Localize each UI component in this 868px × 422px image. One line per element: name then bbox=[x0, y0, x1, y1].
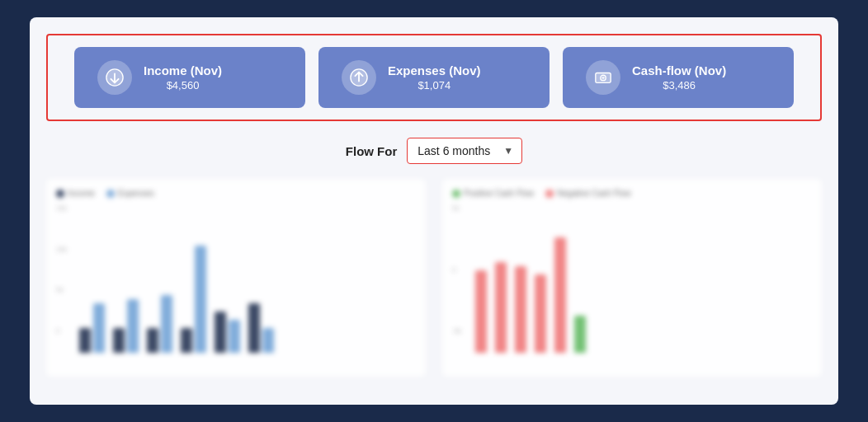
flow-for-select[interactable]: Last 3 months Last 6 months Last 12 mont… bbox=[408, 138, 522, 163]
right-bar-chart bbox=[475, 204, 586, 353]
bar bbox=[475, 270, 487, 353]
bar bbox=[262, 328, 274, 353]
income-legend-item: Income bbox=[56, 189, 95, 198]
bar-group bbox=[113, 299, 139, 353]
main-container: Income (Nov) $4,560 Expenses (Nov) $1,07… bbox=[30, 17, 838, 405]
bar-group bbox=[181, 246, 206, 353]
bar bbox=[79, 328, 91, 353]
bar bbox=[181, 328, 192, 353]
bar-group bbox=[535, 274, 546, 353]
negative-cashflow-legend-label: Negative Cash Flow bbox=[557, 189, 630, 198]
bar-group bbox=[248, 303, 274, 353]
expenses-icon bbox=[342, 60, 376, 95]
charts-area: Income Expenses 15k 10k 5k 0 bbox=[46, 179, 822, 377]
bar bbox=[161, 295, 172, 353]
cashflow-title: Cash-flow (Nov) bbox=[632, 63, 726, 77]
bar bbox=[574, 316, 586, 353]
bar bbox=[229, 320, 240, 353]
bar bbox=[195, 246, 206, 353]
cashflow-icon bbox=[586, 60, 620, 95]
expenses-title: Expenses (Nov) bbox=[388, 63, 481, 77]
right-chart-legend: Positive Cash Flow Negative Cash Flow bbox=[452, 189, 812, 198]
bar bbox=[147, 328, 158, 353]
bar-group bbox=[147, 295, 172, 353]
expenses-text: Expenses (Nov) $1,074 bbox=[388, 63, 481, 91]
negative-cashflow-legend-item: Negative Cash Flow bbox=[545, 189, 630, 198]
positive-cashflow-legend-dot bbox=[452, 190, 460, 198]
income-title: Income (Nov) bbox=[144, 63, 222, 77]
cashflow-value: $3,486 bbox=[632, 79, 726, 91]
income-value: $4,560 bbox=[144, 79, 222, 91]
bar bbox=[554, 237, 566, 353]
expenses-card[interactable]: Expenses (Nov) $1,074 bbox=[318, 47, 550, 108]
left-y-axis: 15k 10k 5k 0 bbox=[56, 204, 76, 336]
expenses-value: $1,074 bbox=[388, 79, 481, 91]
bar-group bbox=[554, 237, 566, 353]
bar bbox=[248, 303, 260, 353]
cashflow-text: Cash-flow (Nov) $3,486 bbox=[632, 63, 726, 91]
cashflow-chart: Positive Cash Flow Negative Cash Flow 5k… bbox=[442, 179, 822, 377]
left-chart-legend: Income Expenses bbox=[56, 189, 416, 198]
bar bbox=[495, 262, 507, 353]
left-bar-chart bbox=[79, 204, 274, 353]
income-legend-dot bbox=[56, 190, 64, 198]
income-legend-label: Income bbox=[68, 189, 95, 198]
bar-group bbox=[475, 270, 487, 353]
right-chart-wrapper: 5k 0 -5k bbox=[452, 204, 812, 353]
expenses-legend-dot bbox=[106, 190, 115, 198]
cashflow-card[interactable]: Cash-flow (Nov) $3,486 bbox=[563, 47, 794, 108]
flow-for-row: Flow For Last 3 months Last 6 months Las… bbox=[46, 138, 822, 164]
cards-row: Income (Nov) $4,560 Expenses (Nov) $1,07… bbox=[46, 34, 822, 121]
bar bbox=[127, 299, 139, 353]
bar-group bbox=[215, 312, 240, 353]
bar bbox=[535, 274, 546, 353]
bar bbox=[93, 303, 105, 353]
bar-group bbox=[79, 303, 105, 353]
bar bbox=[113, 328, 125, 353]
flow-for-select-wrapper[interactable]: Last 3 months Last 6 months Last 12 mont… bbox=[407, 138, 522, 164]
bar-group bbox=[515, 266, 526, 353]
negative-cashflow-legend-dot bbox=[545, 190, 554, 198]
right-y-axis: 5k 0 -5k bbox=[452, 204, 472, 336]
bar bbox=[215, 312, 226, 353]
bar-group bbox=[495, 262, 507, 353]
income-text: Income (Nov) $4,560 bbox=[144, 63, 222, 91]
expenses-legend-label: Expenses bbox=[118, 189, 154, 198]
bar bbox=[515, 266, 526, 353]
expenses-legend-item: Expenses bbox=[106, 189, 154, 198]
income-icon bbox=[97, 60, 132, 95]
positive-cashflow-legend-label: Positive Cash Flow bbox=[464, 189, 534, 198]
positive-cashflow-legend-item: Positive Cash Flow bbox=[452, 189, 534, 198]
left-chart-wrapper: 15k 10k 5k 0 bbox=[56, 204, 416, 353]
flow-for-label: Flow For bbox=[346, 144, 398, 158]
bar-group bbox=[574, 316, 586, 353]
income-card[interactable]: Income (Nov) $4,560 bbox=[74, 47, 305, 108]
income-expenses-chart: Income Expenses 15k 10k 5k 0 bbox=[46, 179, 426, 377]
